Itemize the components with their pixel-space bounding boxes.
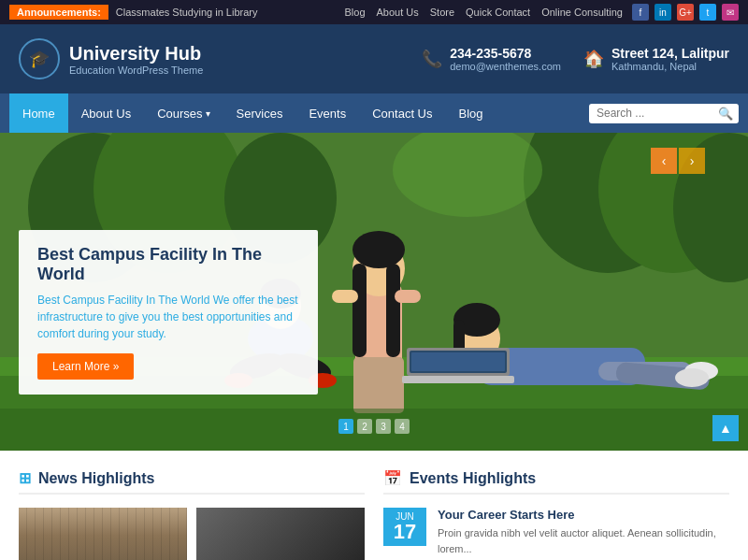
news-column: ⊞ News Highlights	[19, 469, 365, 560]
topbar-store-link[interactable]: Store	[430, 7, 454, 18]
site-title: University Hub	[69, 43, 203, 65]
search-input[interactable]	[597, 107, 718, 120]
courses-dropdown-arrow: ▾	[206, 108, 210, 119]
announcement-text: Classmates Studying in Library	[116, 7, 345, 18]
hero-dot-4[interactable]: 4	[395, 419, 410, 434]
top-bar-links: Blog About Us Store Quick Contact Online…	[344, 7, 623, 18]
news-grid-icon: ⊞	[19, 469, 31, 487]
hero-dot-2[interactable]: 2	[357, 419, 372, 434]
svg-point-33	[675, 368, 709, 387]
nav-links: Home About Us Courses ▾ Services Events …	[9, 93, 589, 133]
event-info: Your Career Starts Here Proin gravida ni…	[438, 508, 729, 556]
events-title: 📅 Events Highlights	[383, 469, 729, 495]
email-address: demo@wenthemes.com	[450, 61, 561, 72]
news-title: ⊞ News Highlights	[19, 469, 365, 495]
nav-blog[interactable]: Blog	[446, 93, 496, 133]
phone-number: 234-235-5678	[450, 46, 561, 61]
event-title: Your Career Starts Here	[438, 508, 729, 522]
header: 🎓 University Hub Education WordPress The…	[0, 24, 748, 93]
topbar-contact-link[interactable]: Quick Contact	[466, 7, 530, 18]
svg-rect-34	[402, 376, 514, 383]
events-column: 📅 Events Highlights JUN 17 Your Career S…	[383, 469, 729, 560]
news-thumb-2[interactable]	[196, 508, 365, 560]
hero-dots: 1 2 3 4	[338, 419, 410, 434]
address-line1: Street 124, Lalitpur	[611, 46, 729, 61]
nav-about[interactable]: About Us	[68, 93, 144, 133]
phone-info: 234-235-5678 demo@wenthemes.com	[450, 46, 561, 72]
top-bar: Announcements: Classmates Studying in Li…	[0, 0, 748, 24]
event-description: Proin gravida nibh vel velit auctor aliq…	[438, 525, 729, 556]
twitter-icon[interactable]: t	[699, 4, 716, 21]
learn-more-button[interactable]: Learn More »	[37, 353, 134, 380]
logo-text: University Hub Education WordPress Theme	[69, 43, 203, 76]
hero-title: Best Campus Facility In The World	[37, 245, 299, 284]
hero-desc-highlighted: Best Campus Facility	[37, 294, 143, 307]
scroll-top-button[interactable]: ▲	[712, 415, 739, 441]
news-thumbnails	[19, 508, 365, 560]
news-thumb-1[interactable]	[19, 508, 187, 560]
phone-icon: 📞	[422, 49, 442, 69]
linkedin-icon[interactable]: in	[654, 4, 671, 21]
google-plus-icon[interactable]: G+	[677, 4, 694, 21]
svg-rect-18	[353, 357, 404, 413]
address-contact: 🏠 Street 124, Lalitpur Kathmandu, Nepal	[583, 46, 729, 72]
hero-next-button[interactable]: ›	[679, 148, 705, 174]
svg-rect-20	[352, 264, 367, 357]
nav-events[interactable]: Events	[295, 93, 359, 133]
nav-services[interactable]: Services	[223, 93, 296, 133]
svg-rect-24	[395, 290, 421, 303]
svg-rect-21	[386, 264, 400, 357]
nav-home[interactable]: Home	[9, 93, 68, 133]
hero-section: ‹ › Best Campus Facility In The World Be…	[0, 133, 748, 451]
address-info: Street 124, Lalitpur Kathmandu, Nepal	[611, 46, 729, 72]
calendar-icon: 📅	[383, 469, 402, 487]
hero-overlay: Best Campus Facility In The World Best C…	[19, 230, 318, 395]
address-line2: Kathmandu, Nepal	[611, 61, 729, 72]
facebook-icon[interactable]: f	[632, 4, 649, 21]
nav-contact[interactable]: Contact Us	[359, 93, 445, 133]
announcement-label: Announcements:	[9, 5, 108, 20]
svg-rect-37	[411, 352, 505, 371]
phone-contact: 📞 234-235-5678 demo@wenthemes.com	[422, 46, 561, 72]
home-icon: 🏠	[583, 49, 604, 69]
event-date-box: JUN 17	[383, 508, 426, 546]
hero-prev-button[interactable]: ‹	[651, 148, 677, 174]
event-day: 17	[391, 522, 419, 542]
nav-courses[interactable]: Courses ▾	[144, 93, 223, 133]
svg-rect-23	[332, 290, 358, 303]
hero-description: Best Campus Facility In The World We off…	[37, 292, 299, 342]
event-card: JUN 17 Your Career Starts Here Proin gra…	[383, 508, 729, 556]
search-icon[interactable]: 🔍	[718, 107, 733, 121]
instagram-icon[interactable]: ✉	[722, 4, 739, 21]
topbar-about-link[interactable]: About Us	[377, 7, 419, 18]
logo-area: 🎓 University Hub Education WordPress The…	[19, 38, 422, 79]
header-contact: 📞 234-235-5678 demo@wenthemes.com 🏠 Stre…	[422, 46, 729, 72]
site-tagline: Education WordPress Theme	[69, 65, 203, 76]
social-icons: f in G+ t ✉	[632, 4, 739, 21]
content-section: ⊞ News Highlights 📅 Events Highlights JU…	[0, 451, 748, 560]
nav-bar: Home About Us Courses ▾ Services Events …	[0, 93, 748, 133]
topbar-consulting-link[interactable]: Online Consulting	[541, 7, 623, 18]
hero-dot-3[interactable]: 3	[376, 419, 391, 434]
svg-point-22	[352, 231, 405, 268]
logo-icon: 🎓	[19, 38, 60, 79]
hero-dot-1[interactable]: 1	[338, 419, 353, 434]
search-bar: 🔍	[589, 104, 739, 123]
topbar-blog-link[interactable]: Blog	[344, 7, 365, 18]
